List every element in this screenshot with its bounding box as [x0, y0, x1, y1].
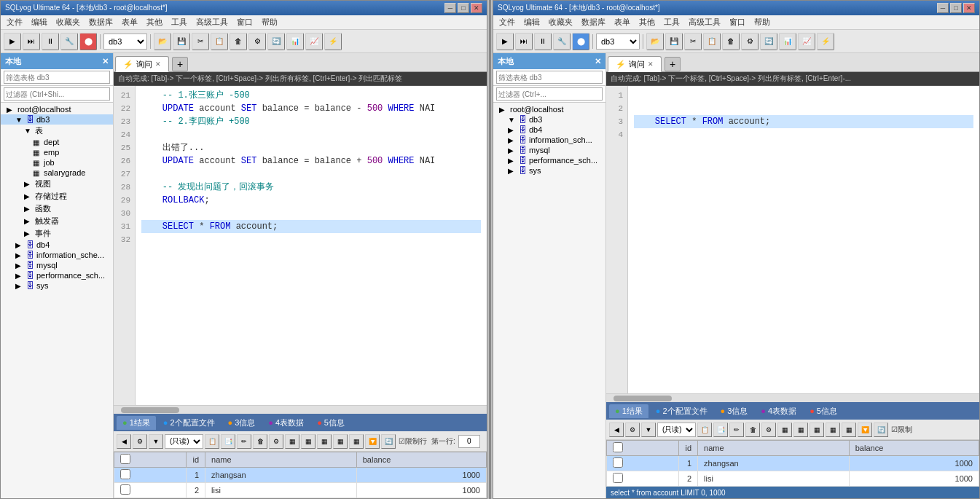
tree-db3-2[interactable]: ▼ 🗄 db3 [493, 114, 605, 125]
maximize-btn-2[interactable]: □ [950, 3, 962, 13]
hscroll-1[interactable] [114, 405, 487, 414]
res2-btn-2[interactable]: ⚙ [625, 423, 640, 437]
tb-btn-6[interactable]: 📂 [154, 33, 171, 50]
result-tab-1-1[interactable]: ● 1结果 [117, 416, 156, 430]
tb-btn-12[interactable]: 🔄 [267, 33, 285, 50]
tb-btn-11[interactable]: ⚙ [248, 33, 266, 50]
tree-infoschema-2[interactable]: ▶ 🗄 information_sch... [493, 135, 605, 145]
filter-input-1[interactable] [4, 71, 110, 84]
query-tab-close-2[interactable]: ✕ [648, 60, 654, 68]
menu-other-1[interactable]: 其他 [144, 16, 165, 28]
result-tab-3-1[interactable]: ● 3信息 [222, 416, 262, 430]
tree-db4-2[interactable]: ▶ 🗄 db4 [493, 125, 605, 135]
tree-funcs-1[interactable]: ▶ 函数 [1, 203, 113, 215]
menu-window-1[interactable]: 窗口 [234, 16, 256, 28]
menu-tools-2[interactable]: 工具 [661, 16, 683, 28]
result-tab-4-1[interactable]: ● 4表数据 [262, 416, 310, 430]
tb-btn-13[interactable]: 📊 [286, 33, 304, 50]
menu-help-1[interactable]: 帮助 [259, 16, 281, 28]
menu-other-2[interactable]: 其他 [636, 16, 658, 28]
menu-tools-1[interactable]: 工具 [168, 16, 190, 28]
tb2-btn-3[interactable]: ⏸ [534, 33, 552, 50]
menu-db-1[interactable]: 数据库 [86, 16, 116, 28]
result-tab-2-2[interactable]: ● 2个配置文件 [650, 404, 713, 418]
sidebar-close-1[interactable]: ✕ [102, 57, 109, 66]
tree-infoschema-1[interactable]: ▶ 🗄 information_sche... [1, 250, 113, 260]
res-mode-select-1[interactable]: (只读) [165, 434, 203, 449]
res-filter-btn[interactable]: 🔽 [365, 434, 380, 449]
result-tab-5-2[interactable]: ● 5信息 [804, 404, 843, 418]
tree-server-1[interactable]: ▶ root@localhost [1, 104, 113, 114]
res-btn-10[interactable]: ▦ [317, 434, 332, 449]
res2-btn-11[interactable]: ▦ [826, 423, 840, 437]
tb2-btn-6[interactable]: 📂 [646, 33, 664, 50]
res-btn-arrow[interactable]: ▼ [149, 434, 163, 449]
tree-salarygrade-1[interactable]: ▦ salarygrade [1, 168, 113, 178]
code-editor-1[interactable]: 21 22 23 24 25 26 27 28 29 30 31 32 [114, 86, 487, 405]
minimize-btn-2[interactable]: ─ [937, 3, 949, 13]
add-tab-btn-2[interactable]: + [665, 57, 681, 71]
tree-emp-1[interactable]: ▦ emp [1, 147, 113, 157]
res2-btn-1[interactable]: ◀ [609, 423, 624, 437]
tree-job-1[interactable]: ▦ job [1, 157, 113, 168]
tb-btn-2[interactable]: ⏭ [23, 33, 40, 50]
filter-input-2b[interactable] [496, 87, 603, 101]
query-tab-1[interactable]: ⚡ 询问 ✕ [115, 56, 169, 72]
res-btn-3[interactable]: 📋 [205, 434, 219, 449]
res2-btn-3[interactable]: 📋 [697, 423, 712, 437]
db-select-1[interactable]: db3 [103, 34, 147, 50]
result-tab-5-1[interactable]: ● 5信息 [311, 416, 350, 430]
tb-btn-4[interactable]: 🔧 [60, 33, 78, 50]
close-btn-1[interactable]: ✕ [471, 3, 482, 13]
tree-dept-1[interactable]: ▦ dept [1, 137, 113, 147]
menu-fav-1[interactable]: 收藏夹 [53, 16, 83, 28]
tb-btn-8[interactable]: ✂ [192, 33, 209, 50]
tb2-btn-1[interactable]: ▶ [496, 33, 514, 50]
menu-window-2[interactable]: 窗口 [726, 16, 748, 28]
res-btn-8[interactable]: ▦ [285, 434, 299, 449]
res2-btn-12[interactable]: ▦ [842, 423, 856, 437]
result-tab-3-2[interactable]: ● 3信息 [715, 404, 754, 418]
res2-btn-4[interactable]: 📑 [713, 423, 728, 437]
filter-input2-1[interactable] [4, 87, 110, 101]
menu-file-2[interactable]: 文件 [496, 16, 518, 28]
tree-sys-2[interactable]: ▶ 🗄 sys [493, 165, 605, 176]
res-btn-9[interactable]: ▦ [301, 434, 315, 449]
close-btn-2[interactable]: ✕ [963, 3, 975, 13]
res2-btn-7[interactable]: ⚙ [761, 423, 776, 437]
menu-adv-1[interactable]: 高级工具 [193, 16, 231, 28]
data-table-container-2[interactable]: id name balance 1 zhangsan 1000 [606, 440, 979, 487]
tb-btn-14[interactable]: 📈 [305, 33, 323, 50]
res2-filter-btn[interactable]: 🔽 [858, 423, 872, 437]
result-tab-4-2[interactable]: ● 4表数据 [755, 404, 802, 418]
tb2-btn-4[interactable]: 🔧 [553, 33, 571, 50]
result-tab-1-2[interactable]: ● 1结果 [609, 404, 648, 418]
tree-events-1[interactable]: ▶ 事件 [1, 227, 113, 240]
tb2-btn-13[interactable]: 📊 [779, 33, 796, 50]
res-btn-1[interactable]: ◀ [117, 434, 131, 449]
tb2-btn-15[interactable]: ⚡ [817, 33, 834, 50]
query-tab-2[interactable]: ⚡ 询问 ✕ [608, 56, 662, 72]
filter-input-2a[interactable] [496, 71, 603, 84]
tb2-btn-7[interactable]: 💾 [665, 33, 683, 50]
tb-btn-7[interactable]: 💾 [173, 33, 190, 50]
menu-db-2[interactable]: 数据库 [579, 16, 608, 28]
maximize-btn-1[interactable]: □ [458, 3, 469, 13]
tb2-btn-14[interactable]: 📈 [798, 33, 815, 50]
tb2-btn-9[interactable]: 📋 [703, 33, 721, 50]
tree-db4-1[interactable]: ▶ 🗄 db4 [1, 240, 113, 250]
tree-triggers-1[interactable]: ▶ 触发器 [1, 215, 113, 227]
tb2-btn-5[interactable]: ⬤ [572, 33, 589, 50]
res2-btn-8[interactable]: ▦ [777, 423, 792, 437]
tb-btn-1[interactable]: ▶ [4, 33, 21, 50]
res2-btn-10[interactable]: ▦ [810, 423, 824, 437]
tb-btn-3[interactable]: ⏸ [42, 33, 59, 50]
tree-perf-2[interactable]: ▶ 🗄 performance_sch... [493, 155, 605, 165]
menu-table-2[interactable]: 表单 [611, 16, 633, 28]
res2-btn-6[interactable]: 🗑 [745, 423, 760, 437]
menu-file-1[interactable]: 文件 [4, 16, 26, 28]
tree-sys-1[interactable]: ▶ 🗄 sys [1, 280, 113, 291]
res2-btn-5[interactable]: ✏ [729, 423, 744, 437]
sidebar-close-2[interactable]: ✕ [595, 57, 601, 66]
res-btn-11[interactable]: ▦ [333, 434, 348, 449]
